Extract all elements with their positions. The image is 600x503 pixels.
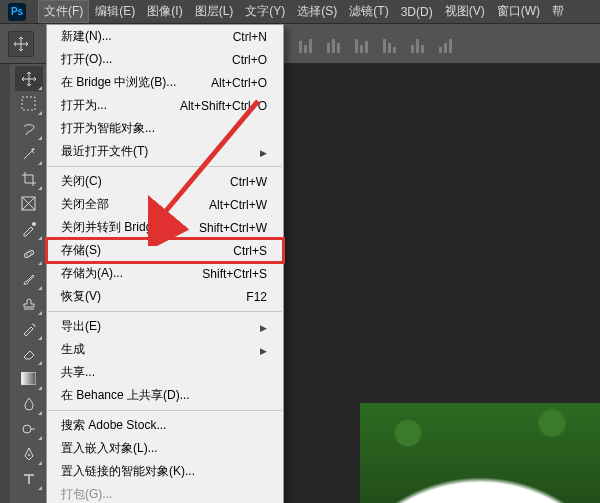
align-hcenter-icon[interactable] [408, 35, 426, 53]
submenu-arrow-icon [258, 320, 267, 334]
tool-pen[interactable] [15, 441, 43, 466]
align-bottom-icon[interactable] [352, 35, 370, 53]
file-menu-dropdown: 新建(N)...Ctrl+N打开(O)...Ctrl+O在 Bridge 中浏览… [46, 24, 284, 503]
menu-item-label: 恢复(V) [61, 288, 101, 305]
tool-frame[interactable] [15, 191, 43, 216]
menu-item-shortcut: Alt+Shift+Ctrl+O [180, 99, 267, 113]
tool-eyedropper[interactable] [15, 216, 43, 241]
tool-wand[interactable] [15, 141, 43, 166]
menu-separator [48, 410, 282, 411]
menu-item[interactable]: 打开(O)...Ctrl+O [47, 48, 283, 71]
tool-dodge[interactable] [15, 416, 43, 441]
tool-crop[interactable] [15, 166, 43, 191]
menu-item-label: 打开为智能对象... [61, 120, 155, 137]
svg-point-7 [23, 425, 31, 433]
menu-item[interactable]: 置入嵌入对象(L)... [47, 437, 283, 460]
menu-separator [48, 166, 282, 167]
menu-item[interactable]: 置入链接的智能对象(K)... [47, 460, 283, 483]
menu-item-shortcut: Ctrl+N [233, 30, 267, 44]
menu-item-shortcut: Ctrl+O [232, 53, 267, 67]
svg-point-4 [26, 254, 27, 255]
svg-point-5 [30, 252, 31, 253]
menu-item-label: 生成 [61, 341, 85, 358]
menu-item: 打包(G)... [47, 483, 283, 503]
menu-item-label: 搜索 Adobe Stock... [61, 417, 166, 434]
menu-layer[interactable]: 图层(L) [189, 0, 240, 23]
menu-item[interactable]: 存储为(A)...Shift+Ctrl+S [47, 262, 283, 285]
menu-item[interactable]: 恢复(V)F12 [47, 285, 283, 308]
menu-item-label: 打开(O)... [61, 51, 112, 68]
menu-item-label: 新建(N)... [61, 28, 112, 45]
menu-item-label: 打包(G)... [61, 486, 112, 503]
menu-item-label: 打开为... [61, 97, 107, 114]
menu-item[interactable]: 关闭(C)Ctrl+W [47, 170, 283, 193]
menu-item-label: 关闭并转到 Bridge... [61, 219, 169, 236]
tool-gradient[interactable] [15, 366, 43, 391]
align-right-icon[interactable] [436, 35, 454, 53]
menu-item-shortcut: Ctrl+S [233, 244, 267, 258]
menu-edit[interactable]: 编辑(E) [89, 0, 141, 23]
menu-image[interactable]: 图像(I) [141, 0, 188, 23]
menu-item-label: 存储为(A)... [61, 265, 123, 282]
menu-item-shortcut: F12 [246, 290, 267, 304]
menu-item-shortcut: Ctrl+W [230, 175, 267, 189]
tool-eraser[interactable] [15, 341, 43, 366]
document-image [360, 403, 600, 503]
svg-rect-3 [23, 249, 34, 257]
toolbox [10, 64, 48, 503]
menu-filter[interactable]: 滤镜(T) [343, 0, 394, 23]
menu-item[interactable]: 最近打开文件(T) [47, 140, 283, 163]
tool-move[interactable] [15, 66, 43, 91]
menu-item[interactable]: 在 Behance 上共享(D)... [47, 384, 283, 407]
menu-item[interactable]: 生成 [47, 338, 283, 361]
menu-item[interactable]: 新建(N)...Ctrl+N [47, 25, 283, 48]
tool-lasso[interactable] [15, 116, 43, 141]
menu-item-shortcut: Shift+Ctrl+S [202, 267, 267, 281]
svg-rect-6 [21, 372, 36, 385]
tool-healing[interactable] [15, 241, 43, 266]
menu-item-label: 在 Behance 上共享(D)... [61, 387, 190, 404]
menu-item-label: 共享... [61, 364, 95, 381]
tool-history-brush[interactable] [15, 316, 43, 341]
menu-3d[interactable]: 3D(D) [395, 2, 439, 22]
menu-item-shortcut: Alt+Ctrl+W [209, 198, 267, 212]
tool-brush[interactable] [15, 266, 43, 291]
menu-type[interactable]: 文字(Y) [239, 0, 291, 23]
align-vcenter-icon[interactable] [324, 35, 342, 53]
align-icons-group [296, 35, 454, 53]
svg-point-8 [28, 454, 30, 456]
menu-help[interactable]: 帮 [546, 0, 570, 23]
menu-item-label: 存储(S) [61, 242, 101, 259]
menu-view[interactable]: 视图(V) [439, 0, 491, 23]
menu-item-label: 关闭(C) [61, 173, 102, 190]
tool-stamp[interactable] [15, 291, 43, 316]
svg-rect-0 [22, 97, 35, 110]
menu-item[interactable]: 共享... [47, 361, 283, 384]
menu-item-shortcut: Alt+Ctrl+O [211, 76, 267, 90]
menu-window[interactable]: 窗口(W) [491, 0, 546, 23]
tool-type[interactable] [15, 466, 43, 491]
menu-item[interactable]: 存储(S)Ctrl+S [47, 239, 283, 262]
menu-item-label: 置入嵌入对象(L)... [61, 440, 158, 457]
menu-item-label: 导出(E) [61, 318, 101, 335]
align-top-icon[interactable] [296, 35, 314, 53]
menu-item[interactable]: 在 Bridge 中浏览(B)...Alt+Ctrl+O [47, 71, 283, 94]
panel-tab [0, 64, 10, 503]
menu-item-label: 关闭全部 [61, 196, 109, 213]
menu-item-shortcut: Shift+Ctrl+W [199, 221, 267, 235]
menu-separator [48, 311, 282, 312]
menu-item[interactable]: 搜索 Adobe Stock... [47, 414, 283, 437]
menu-item[interactable]: 关闭全部Alt+Ctrl+W [47, 193, 283, 216]
menu-item[interactable]: 关闭并转到 Bridge...Shift+Ctrl+W [47, 216, 283, 239]
menu-item-label: 在 Bridge 中浏览(B)... [61, 74, 176, 91]
menu-select[interactable]: 选择(S) [291, 0, 343, 23]
align-left-icon[interactable] [380, 35, 398, 53]
menu-item[interactable]: 打开为智能对象... [47, 117, 283, 140]
app-icon: Ps [8, 3, 26, 21]
menu-file[interactable]: 文件(F) [38, 0, 89, 23]
move-tool-indicator-icon [8, 31, 34, 57]
menu-item[interactable]: 导出(E) [47, 315, 283, 338]
menu-item[interactable]: 打开为...Alt+Shift+Ctrl+O [47, 94, 283, 117]
tool-blur[interactable] [15, 391, 43, 416]
tool-marquee[interactable] [15, 91, 43, 116]
